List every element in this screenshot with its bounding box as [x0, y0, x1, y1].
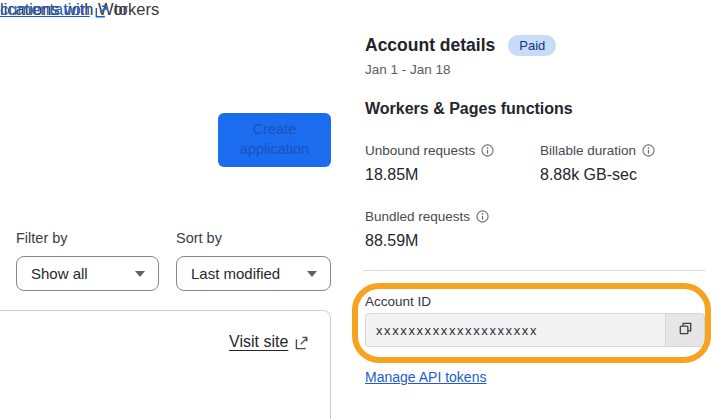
- intro-text-suffix: to: [114, 0, 128, 19]
- external-link-icon: [95, 3, 109, 17]
- account-id-input[interactable]: [365, 313, 665, 347]
- metric-value-billable-duration: 8.88k GB-sec: [540, 166, 637, 184]
- account-details-title: Account details: [365, 35, 495, 56]
- metric-label-billable-duration: Billable duration: [540, 143, 655, 158]
- intro-text-line2: cumentation to: [0, 0, 128, 19]
- sort-dropdown-value: Last modified: [191, 265, 280, 282]
- metric-label-text: Bundled requests: [365, 209, 470, 224]
- documentation-link[interactable]: cumentation: [0, 0, 90, 19]
- filter-dropdown-value: Show all: [31, 265, 88, 282]
- chevron-down-icon: [307, 271, 317, 277]
- visit-site-label: Visit site: [229, 333, 288, 351]
- section-divider: [363, 270, 705, 271]
- account-details-header: Account details Paid: [365, 35, 556, 56]
- account-id-field-group: [365, 313, 705, 347]
- copy-account-id-button[interactable]: [665, 313, 705, 347]
- visit-site-link[interactable]: Visit site: [229, 333, 309, 351]
- metric-label-unbound-requests: Unbound requests: [365, 143, 494, 158]
- plan-badge: Paid: [508, 35, 556, 56]
- date-range: Jan 1 - Jan 18: [365, 62, 451, 77]
- account-id-label: Account ID: [365, 294, 431, 309]
- info-icon[interactable]: [642, 144, 655, 157]
- manage-api-tokens-link[interactable]: Manage API tokens: [365, 369, 486, 385]
- create-application-button[interactable]: Create application: [218, 113, 331, 167]
- metric-label-text: Unbound requests: [365, 143, 475, 158]
- sort-by-label: Sort by: [176, 230, 222, 246]
- copy-icon: [677, 320, 694, 340]
- info-icon[interactable]: [476, 210, 489, 223]
- functions-section-title: Workers & Pages functions: [365, 100, 573, 118]
- chevron-down-icon: [135, 271, 145, 277]
- workers-pages-dashboard: lications with Workers cumentation to Cr…: [0, 0, 718, 419]
- metric-value-unbound-requests: 18.85M: [365, 166, 418, 184]
- project-card: [0, 310, 331, 419]
- filter-by-label: Filter by: [16, 230, 68, 246]
- info-icon[interactable]: [481, 144, 494, 157]
- external-link-icon: [295, 335, 309, 349]
- metric-label-bundled-requests: Bundled requests: [365, 209, 489, 224]
- filter-dropdown[interactable]: Show all: [16, 256, 159, 291]
- metric-value-bundled-requests: 88.59M: [365, 232, 418, 250]
- sort-dropdown[interactable]: Last modified: [176, 256, 331, 291]
- metric-label-text: Billable duration: [540, 143, 636, 158]
